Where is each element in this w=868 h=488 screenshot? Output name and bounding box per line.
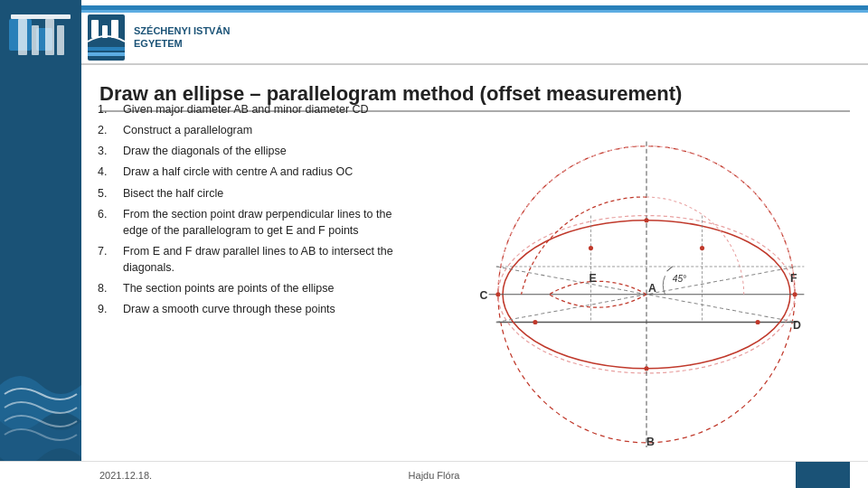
- step-text: Construct a parallelogram: [123, 122, 252, 138]
- step-text: From the section point draw perpendicula…: [123, 206, 405, 239]
- svg-point-41: [644, 366, 648, 371]
- svg-rect-10: [91, 20, 99, 38]
- university-name-line2: EGYETEM: [127, 37, 230, 50]
- svg-text:E: E: [589, 272, 596, 285]
- footer-date: 2021.12.18.: [99, 470, 152, 481]
- step-number: 1.: [98, 101, 116, 117]
- svg-point-36: [533, 320, 537, 324]
- university-name-line1: SZÉCHENYI ISTVÁN: [127, 24, 230, 37]
- step-item: 5.Bisect the half circle: [98, 185, 405, 202]
- svg-text:B: B: [646, 436, 655, 448]
- step-text: Given major diameter AB and minor diamet…: [123, 101, 369, 117]
- university-logo-icon: [86, 13, 127, 62]
- svg-point-34: [589, 246, 593, 250]
- svg-rect-13: [88, 47, 125, 51]
- svg-point-39: [793, 292, 797, 296]
- top-accent-bar2: [81, 10, 868, 13]
- steps-container: 1.Given major diameter AB and minor diam…: [98, 101, 405, 322]
- step-item: 3.Draw the diagonals of the ellipse: [98, 143, 405, 159]
- svg-text:A: A: [648, 282, 656, 295]
- step-item: 6.From the section point draw perpendicu…: [98, 206, 405, 239]
- svg-point-37: [756, 320, 760, 324]
- step-number: 7.: [98, 243, 116, 276]
- header-divider: [81, 63, 868, 65]
- svg-rect-6: [32, 25, 39, 55]
- svg-line-27: [667, 267, 673, 271]
- footer-accent: [796, 462, 850, 489]
- svg-rect-5: [18, 19, 27, 55]
- step-item: 1.Given major diameter AB and minor diam…: [98, 101, 405, 117]
- step-number: 2.: [98, 122, 116, 138]
- step-number: 6.: [98, 206, 116, 239]
- svg-rect-14: [88, 52, 125, 56]
- step-item: 2.Construct a parallelogram: [98, 122, 405, 138]
- logo-area: SZÉCHENYI ISTVÁN EGYETEM: [81, 5, 262, 69]
- step-number: 4.: [98, 164, 116, 180]
- svg-point-40: [644, 218, 648, 222]
- svg-text:D: D: [793, 319, 801, 332]
- step-text: Bisect the half circle: [123, 185, 223, 202]
- diagram-area: 45° A B C D E F: [443, 123, 850, 484]
- bottom-bar: 2021.12.18. Hajdu Flóra: [0, 461, 868, 488]
- svg-rect-12: [111, 20, 118, 38]
- svg-rect-4: [11, 14, 71, 19]
- step-number: 3.: [98, 143, 116, 159]
- step-text: Draw a half circle with centre A and rad…: [123, 164, 353, 180]
- step-number: 5.: [98, 185, 116, 202]
- step-text: Draw a smooth curve through these points: [123, 301, 335, 317]
- step-item: 8.The section points are points of the e…: [98, 280, 405, 296]
- step-item: 7.From E and F draw parallel lines to AB…: [98, 243, 405, 276]
- svg-text:F: F: [790, 272, 797, 285]
- svg-text:45°: 45°: [673, 274, 687, 284]
- footer-author: Hajdu Flóra: [409, 470, 460, 481]
- step-text: Draw the diagonals of the ellipse: [123, 143, 287, 159]
- step-text: From E and F draw parallel lines to AB t…: [123, 243, 405, 276]
- left-sidebar: [0, 0, 81, 488]
- svg-text:C: C: [479, 289, 487, 302]
- svg-rect-8: [57, 25, 64, 55]
- svg-point-35: [700, 246, 704, 250]
- svg-rect-7: [45, 19, 54, 55]
- step-number: 8.: [98, 280, 116, 296]
- step-item: 9.Draw a smooth curve through these poin…: [98, 301, 405, 317]
- step-number: 9.: [98, 301, 116, 317]
- svg-point-38: [495, 292, 500, 296]
- step-item: 4.Draw a half circle with centre A and r…: [98, 164, 405, 180]
- step-text: The section points are points of the ell…: [123, 280, 334, 296]
